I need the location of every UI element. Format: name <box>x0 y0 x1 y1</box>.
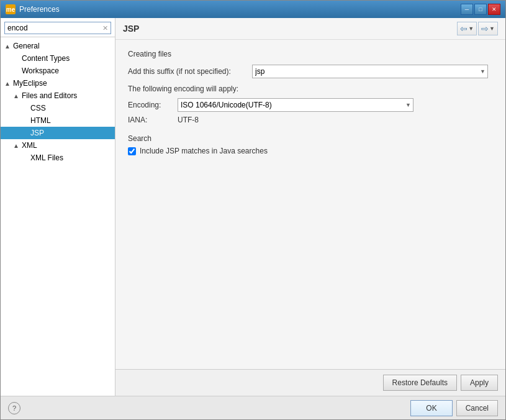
ok-button[interactable]: OK <box>410 400 452 416</box>
footer-bar: ? OK Cancel <box>1 396 505 419</box>
tree-row-jsp[interactable]: JSP <box>1 127 115 139</box>
include-jsp-label: Include JSP matches in Java searches <box>140 147 268 155</box>
tree-row-html[interactable]: HTML <box>1 114 115 127</box>
window-content: ✕ ▲ General Content <box>1 18 505 419</box>
tree-row-content-types[interactable]: Content Types <box>1 52 115 65</box>
main-area: ✕ ▲ General Content <box>1 18 505 396</box>
maximize-button[interactable]: □ <box>474 4 487 15</box>
include-jsp-checkbox[interactable] <box>128 147 136 155</box>
tree-label-content-types: Content Types <box>20 54 70 63</box>
tree-item-content-types[interactable]: Content Types <box>1 52 115 65</box>
tree-row-xml-parent[interactable]: ▲ XML <box>1 139 115 152</box>
back-arrow-icon: ⇦ <box>460 24 468 34</box>
tree-item-myeclipse[interactable]: ▲ MyEclipse <box>1 77 115 89</box>
tree-row-general[interactable]: ▲ General <box>1 40 115 52</box>
forward-arrow-icon: ⇨ <box>481 24 489 34</box>
tree-item-xml-files[interactable]: XML Files <box>1 152 115 164</box>
tree-row-files-editors[interactable]: ▲ Files and Editors <box>1 89 115 102</box>
title-bar: me Preferences ─ □ ✕ <box>1 1 505 18</box>
encoding-intro: The following encoding will apply: <box>128 84 493 93</box>
tree-toggle-xml-files <box>20 153 29 162</box>
search-section-title: Search <box>128 134 493 143</box>
restore-defaults-button[interactable]: Restore Defaults <box>383 375 457 391</box>
footer-buttons: OK Cancel <box>410 400 498 416</box>
tree-toggle-html <box>20 116 29 125</box>
minimize-button[interactable]: ─ <box>461 4 473 15</box>
close-button[interactable]: ✕ <box>488 4 500 15</box>
apply-button[interactable]: Apply <box>461 375 498 391</box>
tree-toggle-xml-parent: ▲ <box>12 141 20 150</box>
checkbox-row: Include JSP matches in Java searches <box>128 147 493 155</box>
suffix-select-wrapper: jsp html xml css ▼ <box>252 65 488 78</box>
back-button[interactable]: ⇦ ▼ <box>457 22 477 35</box>
search-wrapper: ✕ <box>4 22 111 34</box>
search-box: ✕ <box>1 18 115 37</box>
search-clear-icon[interactable]: ✕ <box>102 24 108 32</box>
tree-row-myeclipse[interactable]: ▲ MyEclipse <box>1 77 115 89</box>
tree-area: ▲ General Content Types <box>1 37 115 396</box>
tree-item-jsp[interactable]: JSP <box>1 127 115 139</box>
app-icon: me <box>6 4 16 14</box>
forward-dropdown-icon: ▼ <box>489 25 495 32</box>
back-dropdown-icon: ▼ <box>468 25 474 32</box>
suffix-select[interactable]: jsp html xml css <box>252 65 488 78</box>
window-title: Preferences <box>19 5 461 14</box>
iana-value: UTF-8 <box>178 116 199 124</box>
tree-item-general[interactable]: ▲ General <box>1 40 115 52</box>
tree-row-css[interactable]: CSS <box>1 102 115 114</box>
nav-buttons: ⇦ ▼ ⇨ ▼ <box>457 22 498 35</box>
tree-item-html[interactable]: HTML <box>1 114 115 127</box>
tree-label-jsp: JSP <box>29 129 44 137</box>
search-section: Search Include JSP matches in Java searc… <box>128 134 493 155</box>
help-icon[interactable]: ? <box>8 402 20 414</box>
suffix-row: Add this suffix (if not specified): jsp … <box>128 65 493 78</box>
tree-label-workspace: Workspace <box>20 66 59 75</box>
tree-item-xml-parent[interactable]: ▲ XML <box>1 139 115 152</box>
tree-toggle-workspace <box>12 66 20 75</box>
tree-label-general: General <box>12 42 40 50</box>
encoding-key-label: Encoding: <box>128 101 178 109</box>
tree-label-files-editors: Files and Editors <box>20 91 77 100</box>
tree-item-css[interactable]: CSS <box>1 102 115 114</box>
creating-files-title: Creating files <box>128 50 493 58</box>
encoding-section: The following encoding will apply: Encod… <box>128 84 493 124</box>
encoding-select-wrapper: ISO 10646/Unicode(UTF-8) UTF-16 ISO-8859… <box>178 98 413 112</box>
iana-row: IANA: UTF-8 <box>128 116 493 124</box>
encoding-row: Encoding: ISO 10646/Unicode(UTF-8) UTF-1… <box>128 98 493 112</box>
cancel-button[interactable]: Cancel <box>456 400 498 416</box>
tree-toggle-css <box>20 104 29 112</box>
suffix-label: Add this suffix (if not specified): <box>128 67 252 76</box>
iana-label: IANA: <box>128 116 178 124</box>
encoding-select[interactable]: ISO 10646/Unicode(UTF-8) UTF-16 ISO-8859… <box>178 98 413 112</box>
tree-toggle-jsp <box>20 129 29 137</box>
tree-toggle-content-types <box>12 54 20 63</box>
window-controls: ─ □ ✕ <box>461 4 500 15</box>
forward-button[interactable]: ⇨ ▼ <box>478 22 498 35</box>
tree-label-html: HTML <box>29 116 51 125</box>
tree-label-xml-files: XML Files <box>29 153 63 162</box>
preferences-window: me Preferences ─ □ ✕ ✕ <box>0 0 506 420</box>
right-panel: JSP ⇦ ▼ ⇨ ▼ Creating files <box>115 18 505 396</box>
tree-toggle-myeclipse: ▲ <box>3 79 12 88</box>
tree-row-workspace[interactable]: Workspace <box>1 65 115 77</box>
panel-title: JSP <box>123 24 139 34</box>
tree-item-workspace[interactable]: Workspace <box>1 65 115 77</box>
tree-toggle-general: ▲ <box>3 42 12 50</box>
tree-item-files-editors[interactable]: ▲ Files and Editors <box>1 89 115 102</box>
left-panel: ✕ ▲ General Content <box>1 18 115 396</box>
tree-toggle-files-editors: ▲ <box>12 91 20 100</box>
panel-header: JSP ⇦ ▼ ⇨ ▼ <box>115 18 505 40</box>
tree-label-myeclipse: MyEclipse <box>12 79 47 88</box>
tree-row-xml-files[interactable]: XML Files <box>1 152 115 164</box>
tree-label-xml-parent: XML <box>20 141 37 150</box>
search-input[interactable] <box>7 24 102 32</box>
tree-label-css: CSS <box>29 104 46 112</box>
panel-body: Creating files Add this suffix (if not s… <box>115 40 505 369</box>
bottom-bar: Restore Defaults Apply <box>115 369 505 396</box>
